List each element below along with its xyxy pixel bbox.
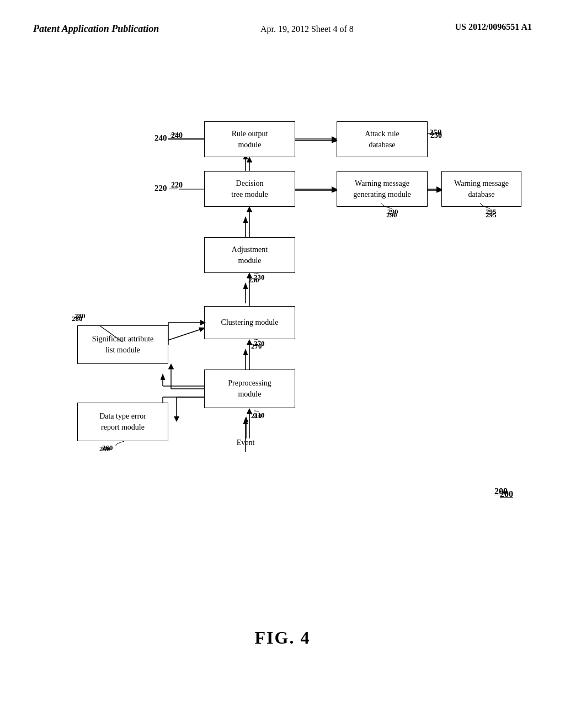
clustering-label: Clustering module — [221, 317, 279, 328]
adjustment-label: Adjustmentmodule — [232, 244, 268, 266]
ref-220: 220 — — [154, 184, 177, 193]
ref-295: 295 — [486, 207, 497, 216]
sig-attr-list-label: Significant attributelist module — [92, 334, 154, 355]
sig-attr-list-box: Significant attributelist module — [77, 325, 168, 364]
ref-270: 270 — [254, 339, 265, 348]
warning-msg-gen-box: Warning messagegenerating module — [337, 171, 428, 207]
event-arrow — [242, 416, 253, 441]
ref-260: 260 — [102, 443, 113, 452]
warning-msg-db-box: Warning messagedatabase — [441, 171, 521, 207]
header-left: Patent Application Publication — [33, 22, 159, 36]
ref-240: 240 — — [154, 133, 177, 143]
preprocessing-box: Preprocessingmodule — [204, 370, 295, 408]
warning-msg-gen-label: Warning messagegenerating module — [353, 178, 411, 200]
ref-210: 210 — [254, 411, 265, 420]
preprocessing-label: Preprocessingmodule — [228, 378, 271, 399]
ref-230: 230 — [254, 273, 265, 282]
rule-output-module-label: Rule outputmodule — [232, 129, 268, 150]
svg-line-12 — [163, 328, 204, 342]
attack-rule-db-label: Attack ruledatabase — [365, 129, 399, 150]
rule-output-module-box: Rule outputmodule — [204, 121, 295, 157]
header-right: US 2012/0096551 A1 — [455, 22, 532, 32]
clustering-box: Clustering module — [204, 306, 295, 339]
data-type-err-box: Data type errorreport module — [77, 403, 168, 441]
ref-200: 200 — [500, 489, 513, 499]
data-type-err-label: Data type errorreport module — [99, 411, 146, 432]
diagram-area: Rule outputmodule 240 ⌒ Attack ruledatab… — [44, 110, 519, 507]
figure-caption: FIG. 4 — [0, 628, 565, 648]
ref-280: 280 — [74, 312, 86, 320]
page-header: Patent Application Publication Apr. 19, … — [0, 0, 565, 47]
ref-250: 250 — [429, 128, 442, 137]
attack-rule-db-box: Attack ruledatabase — [337, 121, 428, 157]
ref-290: 290 — [387, 207, 398, 216]
warning-msg-db-label: Warning messagedatabase — [454, 178, 509, 200]
decision-tree-label: Decisiontree module — [231, 178, 268, 200]
header-center: Apr. 19, 2012 Sheet 4 of 8 — [260, 22, 354, 36]
svg-marker-14 — [244, 416, 248, 422]
decision-tree-box: Decisiontree module — [204, 171, 295, 207]
adjustment-box: Adjustmentmodule — [204, 237, 295, 273]
